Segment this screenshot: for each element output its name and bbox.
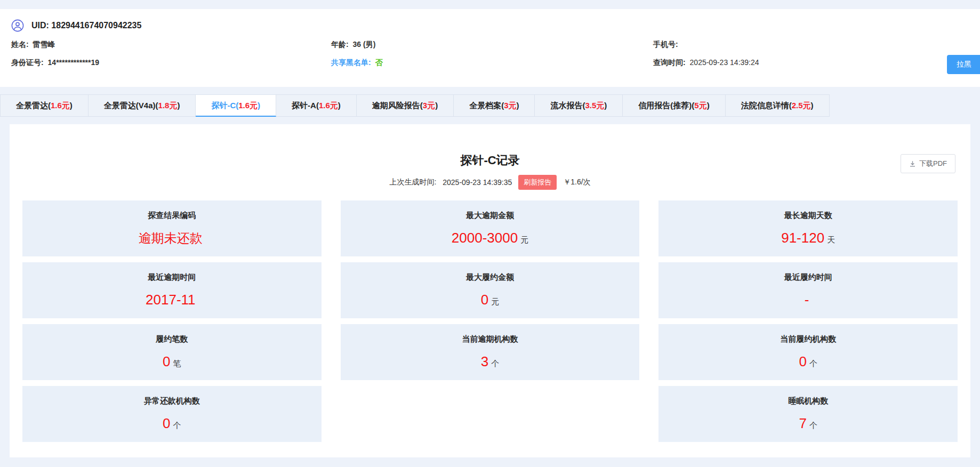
stat-card-performance-count: 履约笔数 0笔	[22, 324, 322, 380]
stat-value: 逾期未还款	[139, 231, 203, 245]
id-number-label: 身份证号:	[11, 58, 44, 67]
stat-value: 7	[799, 415, 806, 431]
field-phone: 手机号:	[653, 40, 980, 50]
tab-panorama-radar[interactable]: 全景雷达(1.6元)	[0, 94, 89, 117]
generated-time-label: 上次生成时间:	[389, 178, 436, 187]
stat-value: 3	[481, 353, 488, 369]
field-name: 姓名: 雷雪峰	[11, 40, 331, 50]
stat-value: 2000-3000	[452, 230, 518, 246]
stat-card-max-overdue-amount: 最大逾期金额 2000-3000元	[341, 200, 640, 256]
shared-blacklist-label: 共享黑名单:	[331, 58, 371, 67]
field-query-time: 查询时间: 2025-09-23 14:39:24	[653, 58, 980, 68]
stat-card-latest-performance-time: 最近履约时间 -	[658, 262, 958, 318]
uid-text: UID: 1829441674070942235	[31, 21, 141, 30]
user-info-grid: 姓名: 雷雪峰 年龄: 36 (男) 手机号: 身份证号: 14********…	[11, 40, 980, 68]
age-value: 36 (男)	[353, 40, 376, 49]
download-pdf-label: 下载PDF	[919, 159, 947, 168]
stat-value: -	[805, 292, 809, 308]
name-value: 雷雪峰	[33, 40, 55, 49]
stat-card-max-overdue-days: 最长逾期天数 91-120天	[658, 200, 958, 256]
query-time-value: 2025-09-23 14:39:24	[690, 58, 759, 67]
tab-overdue-risk-report[interactable]: 逾期风险报告(3元)	[357, 94, 454, 117]
field-id-number: 身份证号: 14************19	[11, 58, 331, 68]
tab-panorama-radar-v4a[interactable]: 全景雷达(V4a)(1.8元)	[89, 94, 196, 117]
download-pdf-button[interactable]: 下载PDF	[901, 154, 955, 173]
user-header: UID: 1829441674070942235 姓名: 雷雪峰 年龄: 36 …	[0, 9, 980, 87]
stat-value: 91-120	[781, 230, 824, 246]
download-icon	[909, 160, 916, 167]
tab-probe-c[interactable]: 探针-C(1.6元)	[196, 94, 276, 117]
stat-card-abnormal-repayment-org-count: 异常还款机构数 0个	[22, 386, 322, 442]
field-age: 年龄: 36 (男)	[331, 40, 653, 50]
report-tabs: 全景雷达(1.6元) 全景雷达(V4a)(1.8元) 探针-C(1.6元) 探针…	[0, 94, 980, 117]
tab-credit-report-recommended[interactable]: 信用报告(推荐)(5元)	[623, 94, 725, 117]
id-number-value: 14************19	[48, 58, 100, 67]
report-title: 探针-C记录	[10, 152, 970, 168]
probe-c-report-panel: 探针-C记录 上次生成时间: 2025-09-23 14:39:35 刷新报告 …	[10, 124, 970, 457]
name-label: 姓名:	[11, 40, 29, 49]
refresh-report-button[interactable]: 刷新报告	[518, 175, 557, 190]
age-label: 年龄:	[331, 40, 349, 49]
tab-panorama-archive[interactable]: 全景档案(3元)	[454, 94, 535, 117]
generated-time-value: 2025-09-23 14:39:35	[443, 178, 512, 187]
stat-value: 0	[163, 353, 170, 369]
tab-court-info-details[interactable]: 法院信息详情(2.5元)	[726, 94, 830, 117]
stat-card-result-code: 探查结果编码 逾期未还款	[22, 200, 322, 256]
stat-card-latest-overdue-time: 最近逾期时间 2017-11	[22, 262, 322, 318]
tab-probe-a[interactable]: 探针-A(1.6元)	[276, 94, 357, 117]
query-time-label: 查询时间:	[653, 58, 686, 67]
blacklist-button[interactable]: 拉黑	[947, 55, 980, 74]
stat-card-dormant-org-count: 睡眠机构数 7个	[658, 386, 958, 442]
stat-value: 0	[163, 415, 170, 431]
field-shared-blacklist: 共享黑名单: 否	[331, 58, 653, 68]
stat-card-max-performance-amount: 最大履约金额 0元	[341, 262, 640, 318]
stat-card-current-overdue-org-count: 当前逾期机构数 3个	[341, 324, 640, 380]
stats-grid: 探查结果编码 逾期未还款 最大逾期金额 2000-3000元 最长逾期天数 91…	[22, 200, 958, 442]
shared-blacklist-value: 否	[375, 58, 383, 67]
tab-statement-report[interactable]: 流水报告(3.5元)	[535, 94, 623, 117]
uid-row: UID: 1829441674070942235	[11, 19, 980, 33]
stat-card-current-performance-org-count: 当前履约机构数 0个	[658, 324, 958, 380]
stat-value: 2017-11	[146, 292, 196, 308]
price-per-query: ￥1.6/次	[563, 178, 590, 187]
report-meta-row: 上次生成时间: 2025-09-23 14:39:35 刷新报告 ￥1.6/次	[10, 175, 970, 190]
user-avatar-icon	[11, 19, 24, 32]
phone-label: 手机号:	[653, 40, 678, 49]
stat-card-empty-placeholder	[341, 386, 640, 442]
stat-value: 0	[481, 292, 488, 308]
stat-value: 0	[799, 353, 806, 369]
